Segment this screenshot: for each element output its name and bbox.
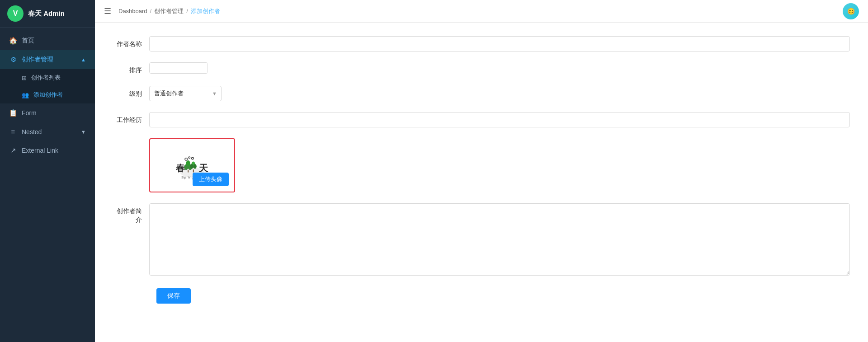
sidebar-item-creator-mgmt[interactable]: ⚙ 创作者管理 ▲ bbox=[0, 50, 95, 69]
svg-point-13 bbox=[189, 156, 190, 158]
breadcrumb-current: 添加创作者 bbox=[191, 7, 220, 15]
external-link-icon: ↗ bbox=[9, 146, 17, 155]
author-name-label: 作者名称 bbox=[113, 36, 149, 49]
sidebar-item-creator-mgmt-label: 创作者管理 bbox=[22, 56, 76, 64]
svg-point-9 bbox=[193, 164, 197, 169]
avatar-label bbox=[113, 138, 149, 142]
sidebar-nav: 🏠 首页 ⚙ 创作者管理 ▲ ⊞ 创作者列表 👥 添加创作者 📋 Form ≡ bbox=[0, 28, 95, 342]
sidebar: V 春天 Admin 🏠 首页 ⚙ 创作者管理 ▲ ⊞ 创作者列表 👥 添加创作… bbox=[0, 0, 95, 342]
main: ☰ Dashboard / 创作者管理 / 添加创作者 😊 作者名称 排 bbox=[95, 0, 868, 342]
sidebar-item-home[interactable]: 🏠 首页 bbox=[0, 31, 95, 50]
sidebar-item-home-label: 首页 bbox=[22, 37, 86, 45]
avatar-upload-area: 春 天 bbox=[149, 138, 235, 192]
level-label: 级别 bbox=[113, 86, 149, 98]
header: ☰ Dashboard / 创作者管理 / 添加创作者 😊 bbox=[95, 0, 868, 23]
svg-point-8 bbox=[190, 164, 193, 169]
hamburger-button[interactable]: ☰ bbox=[104, 6, 111, 16]
work-exp-label: 工作经历 bbox=[113, 112, 149, 125]
save-button[interactable]: 保存 bbox=[156, 288, 191, 304]
avatar-row: 春 天 bbox=[113, 138, 850, 192]
sidebar-item-creator-list-label: 创作者列表 bbox=[31, 74, 61, 82]
sidebar-item-external-link[interactable]: ↗ External Link bbox=[0, 141, 95, 160]
sidebar-item-external-link-label: External Link bbox=[22, 147, 86, 154]
author-name-row: 作者名称 bbox=[113, 36, 850, 52]
order-wrap: 0 ▲ ▼ bbox=[149, 62, 850, 74]
creator-mgmt-submenu: ⊞ 创作者列表 👥 添加创作者 bbox=[0, 69, 95, 103]
breadcrumb-creator-mgmt[interactable]: 创作者管理 bbox=[154, 7, 184, 15]
creator-list-icon: ⊞ bbox=[22, 75, 27, 81]
bio-wrap bbox=[149, 203, 850, 277]
sidebar-item-nested[interactable]: ≡ Nested ▼ bbox=[0, 122, 95, 141]
order-number-input-wrap: 0 ▲ ▼ bbox=[149, 62, 208, 74]
breadcrumb-dashboard[interactable]: Dashboard bbox=[118, 8, 147, 14]
sidebar-item-creator-list[interactable]: ⊞ 创作者列表 bbox=[0, 69, 95, 86]
breadcrumb: Dashboard / 创作者管理 / 添加创作者 bbox=[118, 7, 220, 15]
sidebar-logo: V 春天 Admin bbox=[0, 0, 95, 28]
order-input[interactable]: 0 bbox=[150, 63, 208, 73]
breadcrumb-sep-2: / bbox=[186, 8, 188, 14]
header-right: 😊 bbox=[843, 3, 859, 19]
author-name-wrap bbox=[149, 36, 850, 52]
bio-textarea[interactable] bbox=[149, 203, 850, 276]
creator-mgmt-icon: ⚙ bbox=[9, 56, 17, 64]
work-exp-input[interactable] bbox=[149, 112, 850, 127]
level-select-wrap: 普通创作者 高级创作者 超级创作者 ▼ bbox=[149, 86, 222, 101]
bio-label: 创作者简介 bbox=[113, 203, 149, 225]
order-row: 排序 0 ▲ ▼ bbox=[113, 62, 850, 75]
add-creator-icon: 👥 bbox=[22, 92, 29, 98]
svg-point-6 bbox=[186, 160, 190, 165]
creator-mgmt-arrow-icon: ▲ bbox=[81, 57, 86, 62]
home-icon: 🏠 bbox=[9, 37, 17, 45]
nested-arrow-icon: ▼ bbox=[81, 129, 86, 135]
svg-text:天: 天 bbox=[198, 163, 208, 173]
save-row: 保存 bbox=[113, 288, 850, 304]
work-exp-row: 工作经历 bbox=[113, 112, 850, 127]
content-area: 作者名称 排序 0 ▲ ▼ 级别 bbox=[95, 23, 868, 342]
level-wrap: 普通创作者 高级创作者 超级创作者 ▼ bbox=[149, 86, 850, 101]
sidebar-item-nested-label: Nested bbox=[22, 128, 76, 136]
svg-point-14 bbox=[192, 157, 193, 159]
sidebar-item-add-creator[interactable]: 👥 添加创作者 bbox=[0, 86, 95, 103]
bio-row: 创作者简介 bbox=[113, 203, 850, 277]
author-name-input[interactable] bbox=[149, 36, 850, 52]
level-row: 级别 普通创作者 高级创作者 超级创作者 ▼ bbox=[113, 86, 850, 101]
nested-icon: ≡ bbox=[9, 128, 17, 136]
logo-avatar: V bbox=[7, 5, 24, 22]
svg-text:春: 春 bbox=[176, 163, 185, 173]
form-icon: 📋 bbox=[9, 109, 17, 117]
breadcrumb-sep-1: / bbox=[150, 8, 152, 14]
user-avatar-button[interactable]: 😊 bbox=[843, 3, 859, 19]
sidebar-item-form-label: Form bbox=[22, 109, 86, 117]
order-label: 排序 bbox=[113, 62, 149, 75]
level-select[interactable]: 普通创作者 高级创作者 超级创作者 bbox=[149, 86, 222, 101]
app-title: 春天 Admin bbox=[28, 9, 65, 18]
sidebar-item-add-creator-label: 添加创作者 bbox=[33, 91, 63, 99]
user-avatar-icon: 😊 bbox=[847, 8, 855, 15]
work-exp-wrap bbox=[149, 112, 850, 127]
avatar-upload-wrap: 春 天 bbox=[149, 138, 850, 192]
sidebar-item-form[interactable]: 📋 Form bbox=[0, 103, 95, 122]
upload-avatar-button[interactable]: 上传头像 bbox=[193, 173, 229, 186]
svg-point-12 bbox=[185, 158, 187, 160]
